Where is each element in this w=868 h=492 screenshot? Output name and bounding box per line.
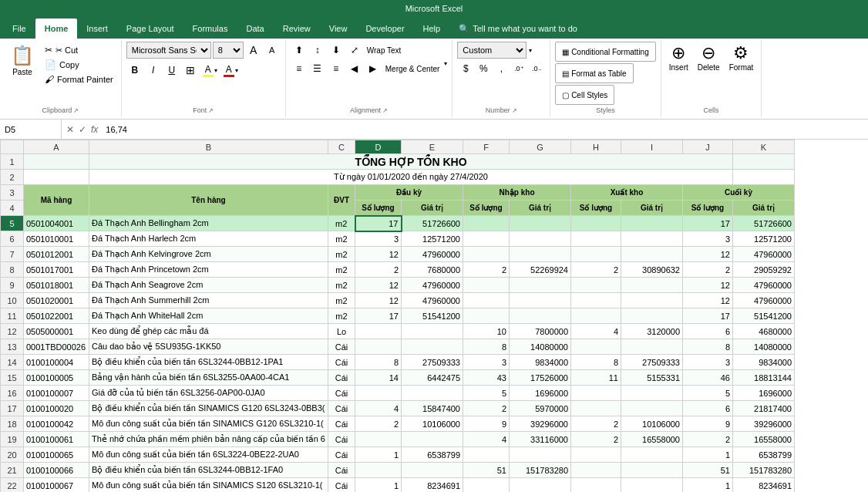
cell-F14[interactable]: 3 <box>463 355 510 370</box>
cell-D17[interactable]: 4 <box>355 401 402 416</box>
cell-J18[interactable]: 9 <box>683 416 733 432</box>
cell-C9[interactable]: m2 <box>328 278 355 293</box>
cell-F10[interactable] <box>463 293 510 308</box>
cell-K19[interactable]: 16558000 <box>733 432 795 447</box>
cell-J19[interactable]: 2 <box>683 432 733 447</box>
cell-D8[interactable]: 2 <box>355 262 402 278</box>
font-color-arrow[interactable]: ▾ <box>235 67 238 74</box>
row-header-8[interactable]: 8 <box>1 262 24 278</box>
borders-button[interactable]: ⊞ <box>182 62 199 79</box>
cell-F8[interactable]: 2 <box>463 262 510 278</box>
cell-I21[interactable] <box>621 463 683 478</box>
cell-I15[interactable]: 5155331 <box>621 370 683 386</box>
cell-E4[interactable]: Giá trị <box>402 201 463 216</box>
cell-H16[interactable] <box>571 386 621 401</box>
cell-B5[interactable]: Đá Thạch Anh Bellingham 2cm <box>89 216 328 231</box>
number-format-arrow[interactable]: ▾ <box>529 47 532 54</box>
row-header-4[interactable]: 4 <box>1 201 24 216</box>
cell-J9[interactable]: 12 <box>683 278 733 293</box>
cell-F20[interactable] <box>463 447 510 463</box>
cell-F16[interactable]: 5 <box>463 386 510 401</box>
col-header-J[interactable]: J <box>683 140 733 154</box>
cell-E14[interactable]: 27509333 <box>402 355 463 370</box>
cell-G22[interactable] <box>510 478 571 493</box>
fill-color-arrow[interactable]: ▾ <box>214 67 217 74</box>
cell-E18[interactable]: 10106000 <box>402 416 463 432</box>
cell-C16[interactable]: Cái <box>328 386 355 401</box>
cell-G14[interactable]: 9834000 <box>510 355 571 370</box>
cell-J17[interactable]: 6 <box>683 401 733 416</box>
cell-E5[interactable]: 51726600 <box>402 216 463 231</box>
cell-D21[interactable] <box>355 463 402 478</box>
cell-D19[interactable] <box>355 432 402 447</box>
cell-A19[interactable]: 0100100061 <box>24 432 89 447</box>
cell-A9[interactable]: 0501018001 <box>24 278 89 293</box>
merge-center-button[interactable]: Merge & Center <box>383 60 442 77</box>
row-header-3[interactable]: 3 <box>1 185 24 201</box>
row-header-21[interactable]: 21 <box>1 463 24 478</box>
row-header-17[interactable]: 17 <box>1 401 24 416</box>
tab-file[interactable]: File <box>3 19 35 39</box>
tab-review[interactable]: Review <box>274 19 320 39</box>
cell-B1[interactable]: TỔNG HỢP TỒN KHO <box>89 154 733 170</box>
cell-A16[interactable]: 0100100007 <box>24 386 89 401</box>
cell-A15[interactable]: 0100100005 <box>24 370 89 386</box>
bold-button[interactable]: B <box>126 62 143 79</box>
cell-J7[interactable]: 12 <box>683 247 733 262</box>
align-right-button[interactable]: ≡ <box>328 60 345 77</box>
cell-B17[interactable]: Bộ điều khiển của biến tần SINAMICS G120… <box>89 401 328 416</box>
cell-G16[interactable]: 1696000 <box>510 386 571 401</box>
cell-K6[interactable]: 12571200 <box>733 231 795 247</box>
cell-I14[interactable]: 27509333 <box>621 355 683 370</box>
col-header-G[interactable]: G <box>510 140 571 154</box>
row-header-19[interactable]: 19 <box>1 432 24 447</box>
cell-I13[interactable] <box>621 339 683 355</box>
cell-K13[interactable]: 14080000 <box>733 339 795 355</box>
cell-D9[interactable]: 12 <box>355 278 402 293</box>
cell-G10[interactable] <box>510 293 571 308</box>
cell-D20[interactable]: 1 <box>355 447 402 463</box>
text-direction-button[interactable]: ⤢ <box>346 42 363 59</box>
wrap-text-button[interactable]: Wrap Text <box>365 42 404 59</box>
cell-F11[interactable] <box>463 308 510 324</box>
cell-C7[interactable]: m2 <box>328 247 355 262</box>
col-header-D[interactable]: D <box>355 140 402 154</box>
cell-D13[interactable] <box>355 339 402 355</box>
cell-A22[interactable]: 0100100067 <box>24 478 89 493</box>
col-header-H[interactable]: H <box>571 140 621 154</box>
col-header-C[interactable]: C <box>328 140 355 154</box>
insert-function-icon[interactable]: fx <box>89 123 99 136</box>
cell-F6[interactable] <box>463 231 510 247</box>
cell-K22[interactable]: 8234691 <box>733 478 795 493</box>
row-header-5[interactable]: 5 <box>1 216 24 231</box>
cell-B14[interactable]: Bộ điều khiển của biến tần 6SL3244-0BB12… <box>89 355 328 370</box>
number-format-select[interactable]: Custom <box>457 42 527 59</box>
cell-K12[interactable]: 4680000 <box>733 324 795 339</box>
cell-J8[interactable]: 2 <box>683 262 733 278</box>
col-header-F[interactable]: F <box>463 140 510 154</box>
row-header-9[interactable]: 9 <box>1 278 24 293</box>
cell-I9[interactable] <box>621 278 683 293</box>
cell-B21[interactable]: Bộ điều khiển của biến tần 6SL3244-0BB12… <box>89 463 328 478</box>
tab-insert[interactable]: Insert <box>77 19 117 39</box>
cell-C3[interactable]: ĐVT <box>328 185 355 216</box>
row-header-1[interactable]: 1 <box>1 154 24 170</box>
cell-E9[interactable]: 47960000 <box>402 278 463 293</box>
cell-C18[interactable]: Cái <box>328 416 355 432</box>
cell-J16[interactable]: 5 <box>683 386 733 401</box>
tab-home[interactable]: Home <box>35 19 78 39</box>
cell-A10[interactable]: 0501020001 <box>24 293 89 308</box>
cell-A14[interactable]: 0100100004 <box>24 355 89 370</box>
cell-F22[interactable] <box>463 478 510 493</box>
cell-K14[interactable]: 9834000 <box>733 355 795 370</box>
cell-A1[interactable] <box>24 154 89 170</box>
cell-K21[interactable]: 151783280 <box>733 463 795 478</box>
cut-button[interactable]: ✂ ✂ Cut <box>42 43 116 57</box>
conditional-formatting-button[interactable]: ▦ Conditional Formatting <box>555 42 655 62</box>
cell-H4[interactable]: Số lượng <box>571 201 621 216</box>
cell-B10[interactable]: Đá Thạch Anh Summerhill 2cm <box>89 293 328 308</box>
cell-G18[interactable]: 39296000 <box>510 416 571 432</box>
cell-I11[interactable] <box>621 308 683 324</box>
cell-C17[interactable]: Cái <box>328 401 355 416</box>
tab-view[interactable]: View <box>320 19 357 39</box>
